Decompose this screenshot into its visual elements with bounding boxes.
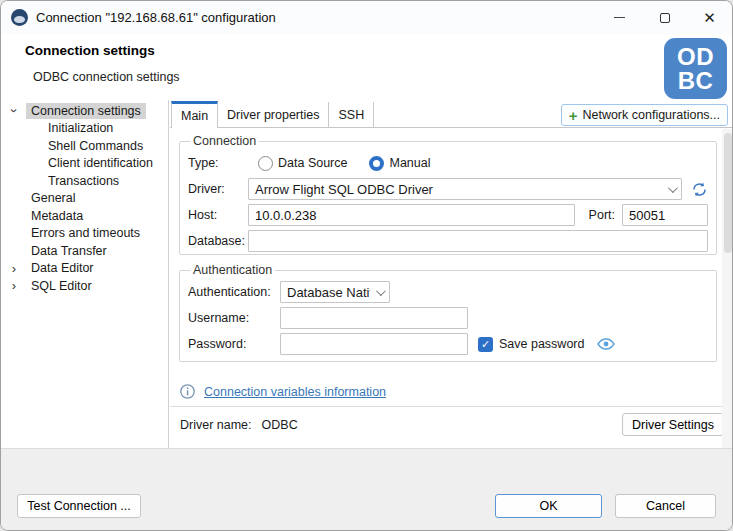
connection-group: Connection Type: Data Source Manual Driv… (179, 134, 717, 255)
window-controls: ✕ (597, 1, 732, 34)
host-label: Host: (188, 208, 248, 222)
info-icon (180, 384, 195, 399)
driver-name-value: ODBC (262, 418, 298, 432)
radio-selected-icon (369, 156, 384, 171)
radio-unselected-icon (258, 156, 273, 171)
minimize-icon (614, 17, 625, 18)
radio-manual-label: Manual (389, 156, 430, 170)
authentication-row: Authentication: Database Native (188, 281, 708, 303)
connection-group-legend: Connection (190, 134, 259, 148)
dialog-body: › Connection settings Initialization She… (1, 100, 732, 448)
type-label: Type: (188, 156, 248, 170)
authentication-select-value: Database Native (287, 285, 370, 300)
type-row: Type: Data Source Manual (188, 152, 708, 174)
host-input[interactable] (248, 204, 575, 226)
vertical-scrollbar[interactable] (722, 129, 733, 448)
database-row: Database: (188, 230, 708, 252)
chevron-down-icon (376, 286, 386, 296)
sidebar-item-metadata[interactable]: Metadata (1, 207, 168, 225)
sidebar-item-transactions[interactable]: Transactions (1, 172, 168, 190)
ok-button[interactable]: OK (495, 494, 602, 518)
password-input[interactable] (280, 333, 468, 355)
tab-label: Main (181, 109, 208, 123)
sidebar-item-label: Data Editor (31, 261, 94, 275)
show-password-eye-icon[interactable] (597, 337, 615, 351)
dialog-footer: Test Connection ... OK Cancel (1, 448, 732, 530)
sidebar-item-label: Initialization (48, 121, 113, 135)
driver-select[interactable]: Arrow Flight SQL ODBC Driver (248, 178, 682, 200)
tab-label: SSH (338, 108, 364, 122)
tab-main[interactable]: Main (171, 101, 218, 128)
title-bar: Connection "192.168.68.61" configuration… (1, 1, 732, 34)
chevron-down-icon[interactable]: › (5, 105, 23, 117)
sidebar-item-label: SQL Editor (31, 279, 92, 293)
sidebar-item-sql-editor[interactable]: › SQL Editor (1, 277, 168, 295)
sidebar-item-label: Connection settings (26, 103, 146, 119)
sidebar-item-label: Metadata (31, 209, 83, 223)
password-row: Password: ✓ Save password (188, 333, 708, 355)
sidebar-item-client-identification[interactable]: Client identification (1, 155, 168, 173)
connection-configuration-dialog: Connection "192.168.68.61" configuration… (0, 0, 733, 531)
app-icon (11, 9, 28, 26)
sidebar-item-shell-commands[interactable]: Shell Commands (1, 137, 168, 155)
host-row: Host: Port: (188, 204, 708, 226)
main-panel: Main Driver properties SSH + Network con… (170, 100, 733, 448)
database-label: Database: (188, 234, 248, 248)
scrollbar-thumb[interactable] (724, 133, 732, 253)
divider (170, 406, 733, 407)
window-title: Connection "192.168.68.61" configuration (36, 10, 276, 25)
test-connection-button[interactable]: Test Connection ... (17, 494, 141, 518)
network-configurations-button[interactable]: + Network configurations... (561, 104, 728, 126)
port-input[interactable] (622, 204, 708, 226)
chevron-right-icon[interactable]: › (8, 277, 20, 295)
connection-variables-link[interactable]: Connection variables information (204, 385, 386, 399)
radio-data-source[interactable]: Data Source (258, 156, 347, 171)
username-label: Username: (188, 311, 280, 325)
tab-driver-properties[interactable]: Driver properties (218, 102, 329, 127)
page-subtitle: ODBC connection settings (33, 70, 180, 84)
network-configurations-label: Network configurations... (582, 108, 720, 122)
authentication-group: Authentication Authentication: Database … (179, 263, 717, 362)
connection-variables-row: Connection variables information (180, 384, 386, 399)
close-button[interactable]: ✕ (687, 1, 732, 34)
chevron-down-icon (668, 183, 678, 193)
sidebar-item-data-transfer[interactable]: Data Transfer (1, 242, 168, 260)
maximize-button[interactable] (642, 1, 687, 34)
sidebar-item-label: Errors and timeouts (31, 226, 140, 240)
refresh-driver-icon[interactable] (691, 181, 708, 198)
settings-tree: › Connection settings Initialization She… (1, 100, 169, 448)
username-input[interactable] (280, 307, 468, 329)
sidebar-item-label: Transactions (48, 174, 119, 188)
driver-label: Driver: (188, 182, 248, 196)
page-title: Connection settings (25, 43, 155, 58)
dialog-header: Connection settings ODBC connection sett… (1, 34, 732, 100)
authentication-select[interactable]: Database Native (280, 281, 390, 303)
sidebar-item-label: Data Transfer (31, 244, 107, 258)
tab-ssh[interactable]: SSH (329, 102, 374, 127)
authentication-label: Authentication: (188, 285, 280, 299)
driver-row: Driver: Arrow Flight SQL ODBC Driver (188, 178, 708, 200)
minimize-button[interactable] (597, 1, 642, 34)
sidebar-item-initialization[interactable]: Initialization (1, 120, 168, 138)
tab-bar: Main Driver properties SSH + Network con… (170, 100, 733, 128)
password-label: Password: (188, 337, 280, 351)
radio-manual[interactable]: Manual (369, 156, 430, 171)
sidebar-item-errors-and-timeouts[interactable]: Errors and timeouts (1, 225, 168, 243)
sidebar-item-label: General (31, 191, 75, 205)
username-row: Username: (188, 307, 708, 329)
plus-icon: + (569, 108, 578, 123)
cancel-button[interactable]: Cancel (615, 494, 716, 518)
driver-name-label: Driver name: (180, 418, 252, 432)
save-password-checkbox[interactable]: ✓ (478, 337, 493, 352)
radio-data-source-label: Data Source (278, 156, 347, 170)
sidebar-item-connection-settings[interactable]: › Connection settings (1, 102, 168, 120)
database-input[interactable] (248, 230, 708, 252)
sidebar-item-general[interactable]: General (1, 190, 168, 208)
sidebar-item-data-editor[interactable]: › Data Editor (1, 260, 168, 278)
chevron-right-icon[interactable]: › (8, 260, 20, 278)
driver-settings-button[interactable]: Driver Settings (622, 413, 724, 436)
odbc-logo-line1: OD (677, 45, 714, 69)
save-password-label: Save password (499, 337, 584, 351)
driver-name-row: Driver name: ODBC Driver Settings (180, 413, 724, 436)
sidebar-item-label: Shell Commands (48, 139, 143, 153)
